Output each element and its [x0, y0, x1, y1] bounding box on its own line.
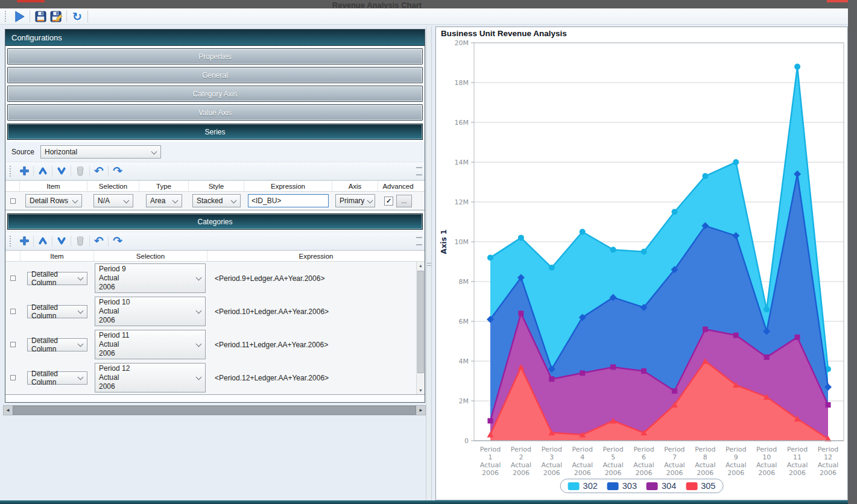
section-properties[interactable]: Properties: [7, 48, 423, 65]
redo-button[interactable]: ↷: [110, 164, 125, 178]
series-style-dropdown[interactable]: Stacked: [192, 194, 241, 207]
category-expression: <Period.11+Ledger.AA+Year.2006>: [207, 341, 416, 349]
undo-button[interactable]: ↶: [91, 164, 107, 178]
source-dropdown[interactable]: Horizontal: [40, 145, 161, 159]
redo-icon: ↷: [113, 235, 122, 247]
redo-button[interactable]: ↷: [110, 234, 125, 248]
titlebar: Revenue Analysis Chart: [0, 0, 857, 8]
series-grid: Item Selection Type Style Expression Axi…: [5, 180, 425, 210]
toolbar-separator: [66, 10, 67, 22]
move-down-button[interactable]: [54, 164, 69, 178]
plus-icon: [19, 236, 30, 246]
chevron-down-icon: [78, 308, 84, 314]
move-up-button[interactable]: [35, 164, 51, 178]
legend-item-304[interactable]: 304: [647, 481, 676, 491]
category-selection-dropdown[interactable]: Period 10Actual2006: [95, 297, 206, 326]
chevron-down-icon: [367, 197, 373, 203]
toolbar-overflow-handle[interactable]: [416, 167, 422, 175]
plus-icon: [19, 166, 30, 176]
panel-splitter[interactable]: [426, 27, 432, 500]
col-type[interactable]: Type: [139, 181, 189, 191]
data-point: [826, 402, 831, 408]
scroll-down-icon[interactable]: ▼: [419, 386, 423, 394]
col-selection[interactable]: Selection: [94, 251, 207, 261]
series-grid-header: Item Selection Type Style Expression Axi…: [5, 181, 425, 192]
x-axis-label: Period4Actual2006: [572, 446, 592, 476]
row-selector[interactable]: [5, 375, 21, 380]
col-style[interactable]: Style: [189, 181, 244, 191]
row-selector[interactable]: [5, 309, 21, 314]
legend-item-302[interactable]: 302: [568, 481, 598, 491]
save-edit-icon: [50, 11, 63, 22]
legend-item-303[interactable]: 303: [607, 481, 637, 491]
series-axis-dropdown[interactable]: Primary: [335, 194, 375, 207]
col-item[interactable]: Item: [20, 181, 87, 191]
data-point: [488, 418, 493, 424]
categories-vertical-scrollbar[interactable]: ▲ ▼: [416, 262, 425, 394]
category-selection-dropdown[interactable]: Period 12Actual2006: [95, 363, 206, 392]
scroll-right-icon[interactable]: ►: [417, 408, 425, 413]
x-axis-label: Period6Actual2006: [633, 446, 654, 476]
toolbar-overflow-handle[interactable]: [416, 237, 422, 245]
scrollbar-thumb[interactable]: [417, 271, 424, 373]
advanced-ellipsis-button[interactable]: ...: [396, 195, 412, 207]
row-selector[interactable]: [5, 198, 20, 204]
revenue-area-chart: 02M4M6M8M10M12M14M16M18M20MAxis 1Period1…: [436, 27, 849, 476]
legend-item-305[interactable]: 305: [686, 481, 715, 491]
configurations-panel: Configurations Properties General Catego…: [5, 29, 425, 403]
data-point: [672, 388, 677, 394]
save-as-button[interactable]: [48, 9, 64, 24]
left-panel-horizontal-scrollbar[interactable]: ◄ ►: [3, 405, 426, 415]
scroll-left-icon[interactable]: ◄: [4, 408, 12, 413]
delete-button[interactable]: [72, 164, 88, 178]
category-item-dropdown[interactable]: Detailed Column: [27, 338, 87, 351]
add-series-button[interactable]: [16, 164, 32, 178]
series-type-dropdown[interactable]: Area: [146, 194, 182, 207]
toolbar-grip[interactable]: [10, 166, 13, 177]
col-selection[interactable]: Selection: [87, 181, 139, 191]
toolbar-grip[interactable]: [5, 11, 8, 22]
row-selector[interactable]: [5, 276, 21, 281]
col-advanced[interactable]: Advanced: [378, 181, 418, 191]
advanced-checkbox[interactable]: [384, 197, 393, 206]
category-item-dropdown[interactable]: Detailed Column: [27, 371, 87, 385]
section-categories[interactable]: Categories: [7, 213, 423, 230]
redo-icon: ↷: [113, 165, 122, 177]
series-section-body: Source Horizontal: [5, 142, 425, 210]
category-selection-dropdown[interactable]: Period 9Actual2006: [95, 263, 206, 293]
row-selector[interactable]: [5, 342, 21, 347]
move-down-button[interactable]: [54, 234, 69, 248]
add-category-button[interactable]: [16, 234, 32, 248]
undo-button[interactable]: ↶: [91, 234, 107, 248]
section-category-axis[interactable]: Category Axis: [7, 86, 423, 102]
series-item-dropdown[interactable]: Detail Rows: [25, 194, 82, 207]
col-item[interactable]: Item: [21, 251, 94, 261]
delete-button[interactable]: [72, 234, 88, 248]
play-icon: [13, 10, 26, 23]
series-selection-dropdown[interactable]: N/A: [93, 194, 133, 207]
run-button[interactable]: [11, 9, 27, 24]
col-expression[interactable]: Expression: [244, 181, 332, 191]
col-expression[interactable]: Expression: [207, 251, 425, 261]
categories-grid-header: Item Selection Expression: [5, 251, 425, 262]
category-item-dropdown[interactable]: Detailed Column: [27, 272, 87, 285]
chevron-down-icon: [172, 197, 179, 203]
source-label: Source: [11, 148, 34, 156]
window-title: Revenue Analysis Chart: [0, 1, 754, 8]
save-button[interactable]: [33, 9, 48, 24]
category-item-dropdown[interactable]: Detailed Column: [27, 305, 87, 318]
section-value-axis[interactable]: Value Axis: [7, 104, 423, 121]
series-expression-input[interactable]: [248, 194, 329, 207]
scroll-up-icon[interactable]: ▲: [419, 262, 423, 269]
refresh-button[interactable]: ↻: [69, 9, 85, 24]
data-point: [764, 354, 770, 360]
category-row: Detailed Column Period 9Actual2006 <Peri…: [5, 262, 416, 295]
section-series[interactable]: Series: [7, 124, 423, 140]
col-axis[interactable]: Axis: [332, 181, 378, 191]
category-selection-dropdown[interactable]: Period 11Actual2006: [95, 330, 206, 359]
scrollbar-thumb[interactable]: [13, 406, 416, 415]
move-up-button[interactable]: [35, 234, 51, 248]
toolbar-grip[interactable]: [10, 236, 13, 247]
x-axis-label: Period12Actual2006: [818, 446, 838, 476]
section-general[interactable]: General: [7, 67, 423, 83]
